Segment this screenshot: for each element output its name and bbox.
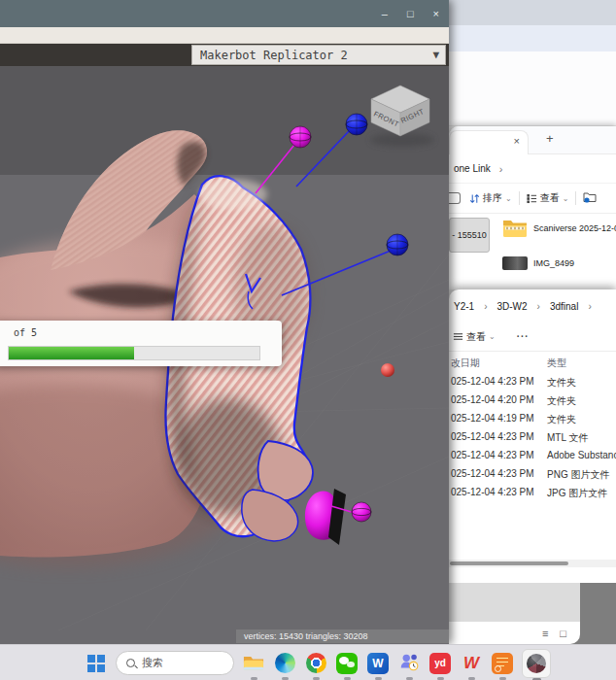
cell-date: 025-12-04 4:23 PM: [451, 376, 534, 387]
start-button[interactable]: [87, 655, 104, 671]
front-toolbar: 查看 ⌄ ···: [449, 323, 616, 352]
table-row[interactable]: 025-12-04 4:23 PM PNG 图片文件: [449, 465, 616, 484]
taskbar-item-doc-viewer[interactable]: [491, 651, 514, 676]
view-button[interactable]: 查看 ⌄: [453, 330, 496, 344]
app-menubar: [0, 27, 449, 44]
taskbar-item-wps[interactable]: W: [460, 651, 483, 676]
taskbar-item-chrome[interactable]: [304, 651, 327, 676]
toolbar-divider: [519, 191, 520, 205]
column-header-type[interactable]: 类型: [547, 357, 566, 370]
image-thumbnail: [502, 256, 528, 270]
view-list-icon: [527, 193, 537, 204]
taskbar-search[interactable]: 搜索: [116, 651, 234, 675]
table-row[interactable]: 025-12-04 4:23 PM MTL 文件: [449, 428, 616, 447]
file-explorer-icon: [243, 654, 264, 672]
file-tile-label: - 155510: [452, 230, 487, 240]
taskbar-item-file-explorer[interactable]: [242, 651, 265, 676]
cell-date: 025-12-04 4:19 PM: [451, 413, 534, 424]
taskbar: 搜索 W: [0, 644, 616, 680]
cell-type: 文件夹: [547, 376, 576, 390]
breadcrumb-item[interactable]: 3dfinal: [550, 301, 578, 312]
explorer-tab[interactable]: ×: [449, 130, 529, 154]
chrome-icon: [306, 653, 326, 673]
breadcrumb-item[interactable]: Y2-1: [454, 301, 474, 312]
cell-date: 025-12-04 4:20 PM: [451, 394, 534, 405]
table-row[interactable]: 025-12-04 4:23 PM 文件夹: [449, 373, 616, 391]
back-window-toolbar: [449, 51, 616, 126]
cell-type: JPG 图片文件: [547, 487, 607, 500]
minimize-button[interactable]: –: [382, 8, 388, 19]
new-tab-button[interactable]: +: [546, 131, 554, 146]
more-options-button[interactable]: ···: [517, 331, 530, 342]
sort-button[interactable]: 排序 ⌄: [469, 191, 512, 205]
taskbar-item-wechat[interactable]: [335, 651, 359, 676]
view-label: 查看: [466, 330, 486, 344]
chevron-down-icon: ⌄: [563, 194, 569, 203]
scrollbar-thumb[interactable]: [450, 561, 568, 565]
address-bar[interactable]: one Link ›: [449, 154, 616, 184]
toolbar-divider: [575, 191, 576, 205]
wechat-icon: [336, 653, 358, 674]
taskbar-item-youdao[interactable]: yd: [428, 651, 452, 676]
pin-red[interactable]: [381, 363, 394, 377]
file-icons-area: - 155510 Scaniverse 2025-12-04 IMG_8499: [449, 214, 616, 288]
image-file-item[interactable]: IMG_8499: [502, 256, 574, 270]
mesh-status-text: vertices: 15430 triangles: 30208: [244, 631, 368, 641]
tab-bar: × +: [449, 126, 616, 154]
dropdown-arrow-icon: ▼: [432, 49, 439, 61]
maximize-button[interactable]: □: [407, 8, 414, 19]
zip-folder-icon: [502, 218, 528, 239]
wps-icon: W: [463, 654, 479, 673]
table-row[interactable]: 025-12-04 4:19 PM 文件夹: [449, 410, 616, 428]
3d-viewer-icon: [527, 654, 546, 673]
pin-blue-top[interactable]: [346, 114, 367, 135]
breadcrumb-item[interactable]: 3D-W2: [496, 301, 527, 312]
printer-selector-dropdown[interactable]: Makerbot Replicator 2 ▼: [191, 45, 446, 65]
chevron-right-icon: ›: [499, 163, 503, 175]
cell-type: 文件夹: [547, 413, 576, 426]
chevron-right-icon: ›: [537, 301, 540, 312]
taskbar-item-3d-viewer-active[interactable]: [522, 649, 551, 678]
back-window-addressbar: [449, 25, 616, 51]
view-button[interactable]: 查看 ⌄: [527, 191, 569, 205]
sort-label: 排序: [483, 191, 502, 205]
zip-file-item[interactable]: Scaniverse 2025-12-04: [502, 218, 616, 239]
details-view-toggle-icon[interactable]: ≡: [542, 628, 548, 639]
pin-magenta-bottom[interactable]: [352, 502, 371, 522]
table-row[interactable]: 025-12-04 4:23 PM JPG 图片文件: [449, 484, 616, 502]
search-icon: [126, 659, 135, 667]
cell-type: PNG 图片文件: [547, 468, 609, 482]
progress-label: of 5: [14, 327, 282, 338]
clipped-toolbar-icon[interactable]: [449, 192, 461, 204]
sort-arrows-icon: [469, 193, 480, 204]
hamburger-icon: [453, 331, 463, 342]
address-text: one Link: [454, 163, 491, 174]
breadcrumb: Y2-1 › 3D-W2 › 3dfinal ›: [449, 289, 616, 323]
progress-track: [8, 346, 260, 360]
folder-badge-icon: [583, 191, 597, 203]
desktop-gap: ≡ □: [449, 583, 616, 644]
taskbar-item-edge[interactable]: [273, 651, 296, 676]
chevron-down-icon: ⌄: [505, 194, 512, 203]
teams-icon: [398, 651, 420, 676]
open-folder-button[interactable]: [583, 191, 597, 205]
horizontal-scrollbar[interactable]: [449, 560, 616, 567]
taskbar-item-word[interactable]: W: [366, 651, 390, 676]
viewport-3d[interactable]: Makerbot Replicator 2 ▼: [0, 44, 449, 644]
pin-magenta-top[interactable]: [290, 126, 311, 148]
pin-blue-right[interactable]: [387, 234, 408, 255]
app-titlebar[interactable]: – □ ×: [0, 0, 449, 27]
table-row[interactable]: 025-12-04 4:20 PM 文件夹: [449, 391, 616, 410]
table-row[interactable]: 025-12-04 4:23 PM Adobe Substance 3: [449, 447, 616, 465]
cell-date: 025-12-04 4:23 PM: [451, 450, 534, 460]
table-header: 改日期 类型: [449, 352, 616, 373]
chevron-right-icon: ›: [588, 301, 591, 312]
tab-close-icon[interactable]: ×: [514, 135, 520, 147]
youdao-icon: yd: [429, 653, 451, 674]
desktop-screen: × + one Link › 排序 ⌄: [0, 0, 616, 680]
thumbnail-view-toggle-icon[interactable]: □: [560, 628, 566, 639]
column-header-date[interactable]: 改日期: [451, 357, 480, 370]
selected-file-tile[interactable]: - 155510: [449, 218, 490, 253]
close-button[interactable]: ×: [433, 8, 439, 19]
taskbar-item-teams[interactable]: [397, 651, 421, 676]
